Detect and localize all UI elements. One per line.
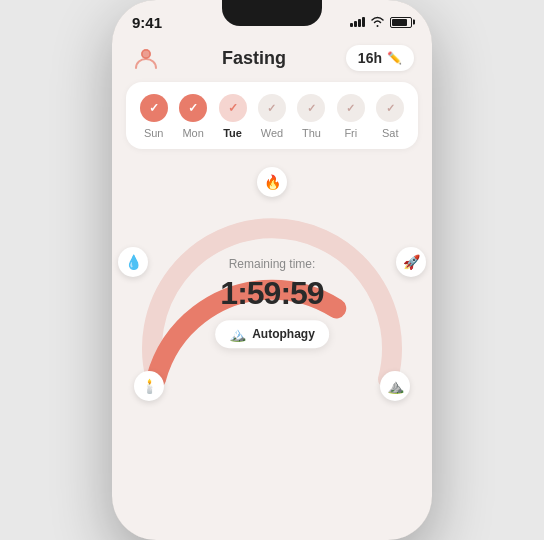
phone-frame: 9:41 [112,0,432,540]
notch [222,0,322,26]
day-tue[interactable]: ✓ Tue [219,94,247,139]
battery-icon [390,17,412,28]
edit-icon: ✏️ [387,51,402,65]
day-label-tue: Tue [223,127,242,139]
day-label-thu: Thu [302,127,321,139]
day-check-tue: ✓ [219,94,247,122]
day-check-mon: ✓ [179,94,207,122]
avatar-icon[interactable] [130,42,162,74]
timer-content: Remaining time: 1:59:59 🏔️ Autophagy [215,257,329,348]
duration-text: 16h [358,50,382,66]
day-thu[interactable]: ✓ Thu [297,94,325,139]
timer-display: 1:59:59 [220,275,323,312]
day-check-thu: ✓ [297,94,325,122]
duration-badge[interactable]: 16h ✏️ [346,45,414,71]
milestone-4: 🚀 [396,247,426,277]
day-label-mon: Mon [182,127,203,139]
remaining-label: Remaining time: [229,257,316,271]
days-container: ✓ Sun ✓ Mon ✓ Tue ✓ Wed [126,82,418,149]
day-sat[interactable]: ✓ Sat [376,94,404,139]
app-header: Fasting 16h ✏️ [112,36,432,82]
milestone-2: 💧 [118,247,148,277]
status-time: 9:41 [132,14,162,31]
autophagy-badge[interactable]: 🏔️ Autophagy [215,320,329,348]
day-check-sun: ✓ [140,94,168,122]
day-wed[interactable]: ✓ Wed [258,94,286,139]
app-title: Fasting [222,48,286,69]
milestone-1: 🕯️ [134,371,164,401]
day-sun[interactable]: ✓ Sun [140,94,168,139]
autophagy-text: Autophagy [252,327,315,341]
timer-section: 🕯️ 💧 🔥 🚀 ⛰️ Remaining time: 1:59:59 🏔️ A… [112,159,432,419]
phone-screen: 9:41 [112,0,432,540]
signal-icon [350,17,365,27]
milestone-5: ⛰️ [380,371,410,401]
day-check-sat: ✓ [376,94,404,122]
status-icons [350,16,412,29]
milestone-3: 🔥 [257,167,287,197]
day-label-fri: Fri [344,127,357,139]
day-label-sun: Sun [144,127,164,139]
day-label-sat: Sat [382,127,399,139]
day-label-wed: Wed [261,127,283,139]
day-fri[interactable]: ✓ Fri [337,94,365,139]
wifi-icon [370,16,385,29]
day-check-wed: ✓ [258,94,286,122]
autophagy-icon: 🏔️ [229,326,246,342]
day-mon[interactable]: ✓ Mon [179,94,207,139]
day-check-fri: ✓ [337,94,365,122]
